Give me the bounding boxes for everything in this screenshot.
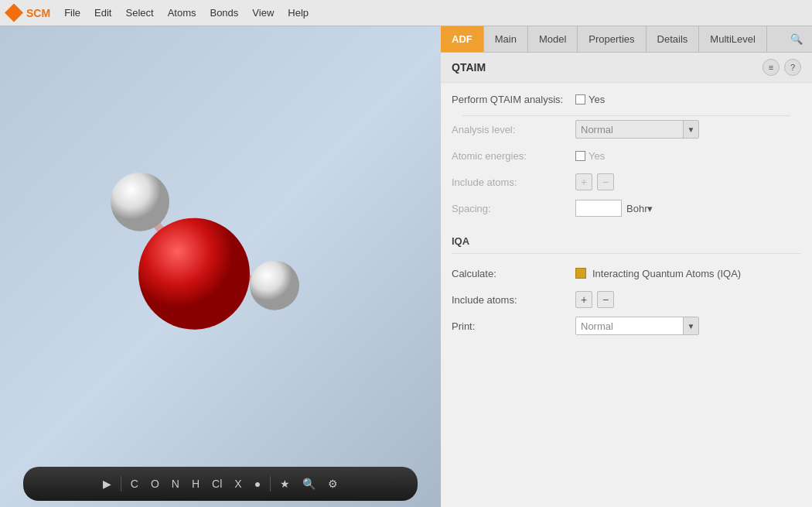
iqa-remove-atom-btn[interactable]: − (597, 291, 614, 308)
right-panel: ADF Main Model Properties Details MultiL… (441, 26, 812, 507)
iqa-include-atoms-control: + − (575, 291, 614, 308)
menu-bonds[interactable]: Bonds (203, 4, 244, 22)
perform-checkbox-wrapper[interactable]: Yes (575, 94, 605, 105)
panel-menu-icon[interactable]: ≡ (763, 59, 780, 76)
tab-bar: ADF Main Model Properties Details MultiL… (441, 26, 812, 53)
menu-file[interactable]: File (58, 4, 87, 22)
tab-model[interactable]: Model (528, 26, 578, 52)
analysis-level-arrow[interactable]: ▼ (683, 121, 698, 138)
qtaim-add-atom-btn[interactable]: + (575, 173, 592, 190)
tab-properties[interactable]: Properties (578, 26, 646, 52)
menubar: SCM File Edit Select Atoms Bonds View He… (0, 0, 812, 26)
toolbar-oxygen-icon[interactable]: O (148, 476, 162, 492)
toolbar-search-icon[interactable]: 🔍 (299, 476, 319, 492)
toolbar-divider-1 (121, 476, 121, 492)
iqa-calculate-row: Calculate: Interacting Quantum Atoms (IQ… (452, 263, 801, 283)
menu-help[interactable]: Help (281, 4, 315, 22)
perform-label: Perform QTAIM analysis: (452, 94, 575, 105)
divider-1 (462, 115, 790, 116)
iqa-calculate-label: Calculate: (452, 268, 575, 279)
perform-checkbox[interactable] (575, 94, 585, 104)
iqa-include-atoms-label: Include atoms: (452, 294, 575, 306)
iqa-print-label: Print: (452, 320, 575, 332)
svg-point-3 (250, 260, 299, 310)
analysis-level-dropdown[interactable]: Normal ▼ (575, 120, 699, 139)
iqa-checkbox[interactable] (575, 268, 586, 279)
analysis-level-control: Normal ▼ (575, 120, 699, 139)
analysis-level-label: Analysis level: (452, 124, 575, 135)
panel-title: QTAIM (452, 61, 486, 74)
toolbar-hydrogen-icon[interactable]: H (189, 476, 203, 492)
qtaim-remove-atom-btn[interactable]: − (597, 173, 614, 190)
atomic-energies-checkbox[interactable] (575, 151, 585, 161)
spacing-control: 0.5 Bohr ▾ (575, 200, 653, 217)
toolbar-cursor-icon[interactable]: ▶ (100, 476, 114, 492)
panel-header-icons: ≡ ? (763, 59, 801, 76)
iqa-print-arrow[interactable]: ▼ (683, 317, 698, 334)
svg-point-2 (111, 172, 169, 231)
tab-multilevel[interactable]: MultiLevel (699, 26, 767, 52)
iqa-print-value: Normal (576, 319, 683, 334)
svg-point-4 (138, 218, 250, 329)
toolbar-divider-2 (270, 476, 271, 492)
perform-control: Yes (575, 94, 605, 105)
iqa-print-row: Print: Normal ▼ (452, 316, 801, 336)
tab-main[interactable]: Main (484, 26, 528, 52)
divider-2 (452, 253, 801, 254)
iqa-print-control: Normal ▼ (575, 317, 699, 335)
spacing-label: Spacing: (452, 203, 575, 214)
spacing-unit-label: Bohr (626, 203, 647, 214)
menu-view[interactable]: View (246, 4, 280, 22)
menu-atoms[interactable]: Atoms (162, 4, 203, 22)
toolbar-settings-icon[interactable]: ⚙ (325, 476, 341, 492)
main-layout: ▶ C O N H Cl X ● ★ 🔍 ⚙ ADF Main Model Pr… (0, 26, 812, 507)
iqa-checkbox-wrapper[interactable]: Interacting Quantum Atoms (IQA) (575, 268, 741, 279)
spacing-input[interactable]: 0.5 (575, 200, 622, 217)
viewer-panel: ▶ C O N H Cl X ● ★ 🔍 ⚙ (0, 26, 441, 507)
atomic-energies-checkbox-wrapper[interactable]: Yes (575, 150, 605, 162)
tab-search-icon[interactable]: 🔍 (781, 29, 812, 50)
iqa-section-label: IQA (441, 231, 812, 250)
tab-adf[interactable]: ADF (441, 26, 484, 52)
iqa-section: Calculate: Interacting Quantum Atoms (IQ… (441, 257, 812, 348)
spacing-unit-arrow: ▾ (647, 203, 653, 214)
iqa-add-atom-btn[interactable]: + (575, 291, 592, 308)
qtaim-include-atoms-control: + − (575, 173, 614, 190)
atomic-energies-row: Atomic energies: Yes (452, 146, 801, 166)
viewer-canvas[interactable] (0, 26, 441, 461)
iqa-include-atoms-row: Include atoms: + − (452, 289, 801, 310)
analysis-level-value: Normal (576, 122, 683, 137)
qtaim-section: Perform QTAIM analysis: Yes Analysis lev… (441, 83, 812, 231)
molecule-area (72, 138, 319, 372)
panel-header: QTAIM ≡ ? (441, 53, 812, 83)
iqa-print-dropdown[interactable]: Normal ▼ (575, 317, 699, 335)
perform-yes-label: Yes (589, 94, 605, 105)
qtaim-include-atoms-row: Include atoms: + − (452, 172, 801, 192)
panel-content: QTAIM ≡ ? Perform QTAIM analysis: Yes (441, 53, 812, 507)
viewer-toolbar: ▶ C O N H Cl X ● ★ 🔍 ⚙ (23, 467, 418, 501)
toolbar-dot-icon[interactable]: ● (251, 476, 264, 492)
scm-logo-text: SCM (26, 7, 50, 19)
menu-edit[interactable]: Edit (88, 4, 118, 22)
perform-row: Perform QTAIM analysis: Yes (452, 89, 801, 109)
qtaim-include-atoms-label: Include atoms: (452, 176, 575, 188)
scm-logo: SCM (5, 4, 50, 22)
analysis-level-row: Analysis level: Normal ▼ (452, 119, 801, 139)
iqa-calculate-control: Interacting Quantum Atoms (IQA) (575, 268, 741, 279)
spacing-row: Spacing: 0.5 Bohr ▾ (452, 198, 801, 218)
atomic-energies-label: Atomic energies: (452, 150, 575, 162)
spacing-unit-dropdown[interactable]: Bohr ▾ (626, 203, 653, 214)
toolbar-star-icon[interactable]: ★ (277, 476, 293, 492)
toolbar-carbon-icon[interactable]: C (128, 476, 142, 492)
toolbar-chlorine-icon[interactable]: Cl (209, 476, 225, 492)
atomic-energies-yes-label: Yes (589, 150, 605, 162)
panel-help-icon[interactable]: ? (784, 59, 801, 76)
tab-details[interactable]: Details (647, 26, 700, 52)
scm-diamond-icon (5, 4, 23, 22)
menu-select[interactable]: Select (119, 4, 159, 22)
toolbar-nitrogen-icon[interactable]: N (169, 476, 183, 492)
iqa-option-label: Interacting Quantum Atoms (IQA) (592, 268, 741, 279)
atomic-energies-control: Yes (575, 150, 605, 162)
toolbar-x-icon[interactable]: X (231, 476, 244, 492)
